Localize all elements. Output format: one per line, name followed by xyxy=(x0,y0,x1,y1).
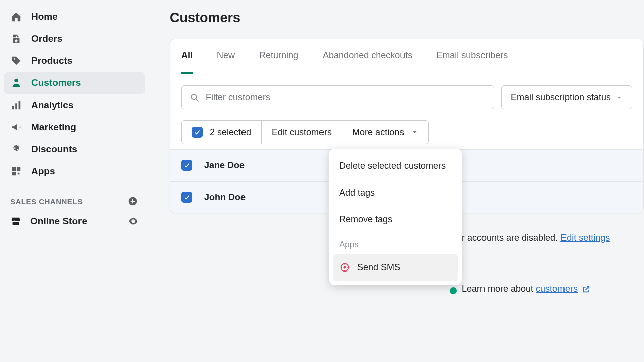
eye-icon xyxy=(128,216,139,227)
accounts-disabled-text: r accounts are disabled. xyxy=(462,233,560,243)
customer-name: Jane Doe xyxy=(204,160,245,171)
svg-point-18 xyxy=(347,267,349,268)
sidebar-item-label: Discounts xyxy=(31,144,77,155)
more-actions-menu: Delete selected customers Add tags Remov… xyxy=(329,149,462,285)
select-all-segment[interactable]: 2 selected xyxy=(181,120,262,144)
svg-point-10 xyxy=(132,220,134,222)
svg-point-15 xyxy=(344,263,346,265)
svg-point-11 xyxy=(191,94,196,99)
svg-rect-4 xyxy=(19,101,21,110)
sms-app-icon xyxy=(339,262,350,273)
filter-row: Filter customers Email subscription stat… xyxy=(170,74,643,120)
home-icon xyxy=(10,11,22,23)
sidebar-item-home[interactable]: Home xyxy=(4,6,145,27)
tabs: All New Returning Abandoned checkouts Em… xyxy=(170,39,643,74)
customer-name: John Doe xyxy=(204,192,246,203)
sidebar-item-orders[interactable]: Orders xyxy=(4,28,145,49)
orders-icon xyxy=(10,33,22,45)
edit-customers-button[interactable]: Edit customers xyxy=(261,120,342,144)
svg-rect-3 xyxy=(15,103,17,109)
customers-link[interactable]: customers xyxy=(536,284,578,294)
store-icon xyxy=(10,216,21,227)
filter-customers-input[interactable]: Filter customers xyxy=(181,85,494,109)
sidebar-item-marketing[interactable]: Marketing xyxy=(4,117,145,138)
menu-send-sms[interactable]: Send SMS xyxy=(333,254,458,281)
menu-item-label: Send SMS xyxy=(357,262,400,273)
menu-remove-tags[interactable]: Remove tags xyxy=(333,206,458,233)
view-store-button[interactable] xyxy=(128,216,139,227)
sidebar-item-label: Customers xyxy=(31,77,81,88)
edit-settings-link[interactable]: Edit settings xyxy=(560,233,610,243)
row-checkbox[interactable] xyxy=(181,160,192,171)
sidebar-item-label: Marketing xyxy=(31,122,76,133)
email-subscription-filter[interactable]: Email subscription status xyxy=(501,85,632,109)
svg-rect-6 xyxy=(17,167,20,171)
sales-channels-label: SALES CHANNELS xyxy=(10,197,83,206)
menu-delete-customers[interactable]: Delete selected customers xyxy=(333,153,458,179)
search-placeholder: Filter customers xyxy=(206,92,270,103)
sidebar-item-analytics[interactable]: Analytics xyxy=(4,95,145,116)
selection-toolbar: 2 selected Edit customers More actions xyxy=(181,120,632,144)
sidebar-item-discounts[interactable]: Discounts xyxy=(4,139,145,160)
selected-count: 2 selected xyxy=(210,127,251,138)
svg-point-14 xyxy=(344,266,346,269)
page-title: Customers xyxy=(170,10,644,26)
tab-new[interactable]: New xyxy=(217,39,235,74)
add-channel-button[interactable] xyxy=(127,195,139,207)
svg-rect-8 xyxy=(18,173,20,175)
tab-email-subscribers[interactable]: Email subscribers xyxy=(436,39,508,74)
menu-add-tags[interactable]: Add tags xyxy=(333,179,458,206)
sidebar-item-label: Analytics xyxy=(31,100,73,111)
svg-line-12 xyxy=(196,99,199,101)
chevron-down-icon xyxy=(616,94,623,101)
sidebar-item-label: Orders xyxy=(31,33,62,44)
svg-rect-7 xyxy=(12,172,16,175)
external-link-icon xyxy=(582,285,590,293)
svg-point-1 xyxy=(14,79,18,82)
sales-channels-header: SALES CHANNELS xyxy=(4,183,145,211)
plus-circle-icon xyxy=(128,196,138,206)
tag-icon xyxy=(10,55,22,67)
tab-returning[interactable]: Returning xyxy=(259,39,298,74)
sidebar-item-products[interactable]: Products xyxy=(4,50,145,71)
tab-abandoned-checkouts[interactable]: Abandoned checkouts xyxy=(323,39,412,74)
svg-point-16 xyxy=(344,270,346,272)
svg-rect-2 xyxy=(12,106,14,109)
megaphone-icon xyxy=(10,121,22,133)
channel-online-store[interactable]: Online Store xyxy=(4,211,145,231)
filter-label: Email subscription status xyxy=(511,92,611,103)
sidebar: Home Orders Products Customers Analytics xyxy=(0,0,149,362)
tab-all[interactable]: All xyxy=(181,39,193,74)
sidebar-item-label: Products xyxy=(31,55,72,66)
search-icon xyxy=(190,93,200,103)
bullet-dot-icon xyxy=(450,287,457,294)
chevron-down-icon xyxy=(411,129,418,136)
discount-icon xyxy=(10,143,22,155)
learn-more-text: Learn more about xyxy=(462,284,536,294)
sidebar-item-label: Apps xyxy=(31,166,55,177)
svg-point-17 xyxy=(341,267,342,268)
grid-icon xyxy=(10,165,22,177)
sidebar-item-apps[interactable]: Apps xyxy=(4,161,145,182)
svg-point-0 xyxy=(14,58,15,60)
sidebar-item-customers[interactable]: Customers xyxy=(4,72,145,94)
svg-rect-5 xyxy=(12,167,16,171)
bars-icon xyxy=(10,99,22,111)
more-actions-button[interactable]: More actions xyxy=(342,120,429,144)
channel-label: Online Store xyxy=(30,216,87,227)
select-all-checkbox[interactable] xyxy=(192,127,203,138)
menu-apps-label: Apps xyxy=(333,233,458,254)
sidebar-item-label: Home xyxy=(31,11,58,22)
person-icon xyxy=(10,77,22,89)
footer-area: r accounts are disabled. Edit settings L… xyxy=(462,233,610,294)
row-checkbox[interactable] xyxy=(181,192,192,203)
